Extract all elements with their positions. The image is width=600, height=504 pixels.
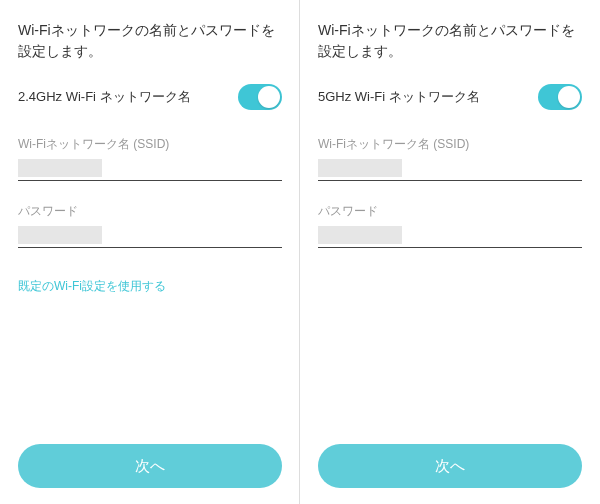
- password-field: パスワード: [318, 203, 582, 248]
- next-button-label: 次へ: [135, 457, 165, 476]
- password-label: パスワード: [318, 203, 582, 220]
- toggle-knob: [258, 86, 280, 108]
- page-title: Wi-Fiネットワークの名前とパスワードを設定します。: [18, 20, 282, 62]
- band-toggle-row: 5GHz Wi-Fi ネットワーク名: [318, 84, 582, 110]
- pane-2-4ghz: Wi-Fiネットワークの名前とパスワードを設定します。 2.4GHz Wi-Fi…: [0, 0, 300, 504]
- next-button-label: 次へ: [435, 457, 465, 476]
- ssid-label: Wi-Fiネットワーク名 (SSID): [318, 136, 582, 153]
- password-input[interactable]: [18, 226, 282, 248]
- wifi-toggle[interactable]: [238, 84, 282, 110]
- use-default-link[interactable]: 既定のWi-Fi設定を使用する: [18, 278, 166, 295]
- password-input[interactable]: [318, 226, 582, 248]
- ssid-input[interactable]: [18, 159, 282, 181]
- password-label: パスワード: [18, 203, 282, 220]
- band-label: 2.4GHz Wi-Fi ネットワーク名: [18, 88, 191, 106]
- band-toggle-row: 2.4GHz Wi-Fi ネットワーク名: [18, 84, 282, 110]
- ssid-field: Wi-Fiネットワーク名 (SSID): [18, 136, 282, 181]
- ssid-value-masked: [18, 159, 102, 177]
- ssid-field: Wi-Fiネットワーク名 (SSID): [318, 136, 582, 181]
- ssid-input[interactable]: [318, 159, 582, 181]
- password-value-masked: [18, 226, 102, 244]
- page-title: Wi-Fiネットワークの名前とパスワードを設定します。: [318, 20, 582, 62]
- next-button[interactable]: 次へ: [318, 444, 582, 488]
- toggle-knob: [558, 86, 580, 108]
- band-label: 5GHz Wi-Fi ネットワーク名: [318, 88, 480, 106]
- ssid-label: Wi-Fiネットワーク名 (SSID): [18, 136, 282, 153]
- pane-5ghz: Wi-Fiネットワークの名前とパスワードを設定します。 5GHz Wi-Fi ネ…: [300, 0, 600, 504]
- password-value-masked: [318, 226, 402, 244]
- wifi-toggle[interactable]: [538, 84, 582, 110]
- ssid-value-masked: [318, 159, 402, 177]
- next-button[interactable]: 次へ: [18, 444, 282, 488]
- password-field: パスワード: [18, 203, 282, 248]
